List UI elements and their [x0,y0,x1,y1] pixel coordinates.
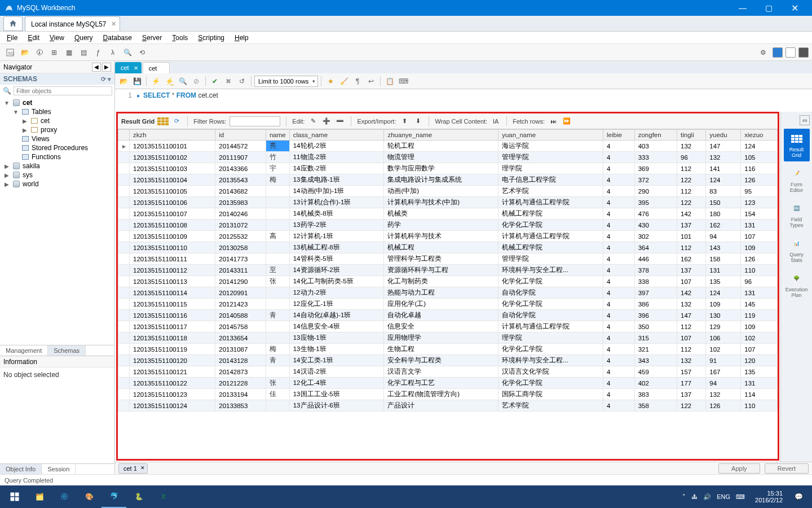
table-cell[interactable]: 艺术学院 [498,400,603,411]
table-cell[interactable]: 20145758 [215,321,266,332]
rollback-icon[interactable]: ✖ [222,76,235,87]
table-cell[interactable] [266,287,289,299]
view-field-types[interactable]: 🔤Field Types [784,199,810,231]
settings-gear-icon[interactable]: ⚙ [756,46,770,59]
table-cell[interactable]: 化学化工学院 [498,220,603,231]
table-cell[interactable]: 130 [706,310,741,321]
column-header[interactable]: zongfen [634,130,677,141]
table-cell[interactable]: 20125532 [215,231,266,242]
table-cell[interactable] [118,242,130,253]
pycharm-icon[interactable]: 🐍 [126,485,151,508]
table-cell[interactable]: 生物工程 [384,344,498,355]
table-cell[interactable]: 青 [266,310,289,321]
new-sp-icon[interactable]: ƒ [91,46,105,59]
refresh-icon[interactable]: ⟳ [171,116,182,126]
table-cell[interactable]: 4 [603,163,635,174]
table-row[interactable]: 1201351511001102013025813机械工程-8班机械工程机械工程… [118,242,778,253]
table-cell[interactable]: 302 [634,231,677,242]
table-cell[interactable]: 126 [706,400,741,411]
table-cell[interactable]: 343 [634,355,677,366]
table-cell[interactable] [118,378,130,389]
table-cell[interactable]: 132 [677,299,706,310]
table-cell[interactable]: 131 [741,378,778,389]
table-cell[interactable]: 107 [741,344,778,355]
table-cell[interactable] [266,197,289,208]
table-cell[interactable]: 143 [706,242,741,253]
table-cell[interactable]: 397 [634,287,677,299]
table-cell[interactable]: 20135983 [215,197,266,208]
home-tab[interactable] [3,16,23,31]
tray-ime[interactable]: ENG [717,493,730,500]
table-cell[interactable]: 102 [706,344,741,355]
table-cell[interactable]: 4 [603,299,635,310]
table-cell[interactable]: 83 [706,186,741,197]
table-row[interactable]: 12013515110012020143128青14安工类-1班安全科学与工程类… [118,355,778,366]
table-cell[interactable]: 135 [741,366,778,378]
table-cell[interactable]: 20142873 [215,366,266,378]
table-cell[interactable]: 管理学院 [498,253,603,265]
table-cell[interactable]: 137 [677,220,706,231]
table-cell[interactable] [118,287,130,299]
table-cell[interactable] [118,152,130,163]
table-cell[interactable] [118,220,130,231]
save-icon[interactable]: 💾 [131,76,143,87]
table-cell[interactable]: 20120991 [215,287,266,299]
table-cell[interactable]: 132 [706,389,741,400]
table-cell[interactable]: 162 [677,253,706,265]
table-row[interactable]: 1201351511001052014368214动画(中加)-1班动画(中加)… [118,186,778,197]
grid-icon[interactable] [158,116,168,126]
table-cell[interactable]: 107 [677,332,706,344]
table-cell[interactable] [266,299,289,310]
inspector-icon[interactable]: 🛈 [33,46,46,59]
table-cell[interactable]: 集成电路设计与集成系统 [384,174,498,186]
table-row[interactable]: 12013515110011220143311至14资源循环-2班资源循环科学与… [118,265,778,276]
tree-table-proxy[interactable]: proxy [41,126,57,134]
edge-browser-icon[interactable]: ⓔ [52,485,77,508]
table-cell[interactable]: 142 [677,208,706,220]
commit-icon[interactable]: ✔ [209,76,221,87]
table-cell[interactable] [118,389,130,400]
table-cell[interactable]: 资源循环科学与工程 [384,265,498,276]
fetch-next-icon[interactable]: ⏭ [548,116,558,126]
table-cell[interactable]: 126 [741,174,778,186]
table-cell[interactable]: 120135151100109 [130,231,215,242]
table-row[interactable]: 12013515110011920131087梅13生物-1班生物工程化学化工学… [118,344,778,355]
menu-database[interactable]: Database [100,33,135,43]
table-cell[interactable]: 13计算机(合作)-1班 [289,197,384,208]
open-sql-icon[interactable]: 📂 [18,46,32,59]
table-cell[interactable]: 佳 [266,389,289,400]
open-file-icon[interactable]: 📂 [117,76,130,87]
table-cell[interactable] [266,220,289,231]
table-cell[interactable]: 4 [603,253,635,265]
execute-icon[interactable]: ⚡ [149,76,162,87]
table-cell[interactable]: 120135151100102 [130,152,215,163]
table-cell[interactable]: 132 [677,141,706,152]
table-cell[interactable]: 应用物理学 [384,332,498,344]
delete-row-icon[interactable]: ➖ [335,116,345,126]
table-cell[interactable]: 4 [603,287,635,299]
execute-step-icon[interactable]: ⚡̲ [163,76,175,87]
table-cell[interactable] [266,366,289,378]
table-cell[interactable]: 数学与应用数学 [384,163,498,174]
table-row[interactable]: 12013515110011620140588青14自动化(卓越)-1班自动化卓… [118,310,778,321]
table-cell[interactable]: 化学工程与工艺 [384,378,498,389]
table-cell[interactable]: 理学院 [498,163,603,174]
table-cell[interactable]: 11物流-2班 [289,152,384,163]
table-cell[interactable]: 信息安全 [384,321,498,332]
column-header[interactable]: leibie [603,130,635,141]
table-cell[interactable]: 120135151100116 [130,310,215,321]
table-cell[interactable]: 14管科类-5班 [289,253,384,265]
table-cell[interactable]: 120135151100110 [130,242,215,253]
table-cell[interactable] [118,299,130,310]
table-cell[interactable]: 14轮机-2班 [289,141,384,152]
table-cell[interactable]: 141 [706,163,741,174]
table-cell[interactable]: 12应化工-1班 [289,299,384,310]
table-cell[interactable]: 95 [741,186,778,197]
table-cell[interactable]: 4 [603,366,635,378]
table-cell[interactable]: 107 [677,276,706,287]
table-cell[interactable]: 机械类 [384,208,498,220]
table-cell[interactable]: 112 [677,242,706,253]
tree-db-cet[interactable]: cet [23,99,32,107]
table-cell[interactable]: 476 [634,208,677,220]
table-cell[interactable]: 4 [603,208,635,220]
